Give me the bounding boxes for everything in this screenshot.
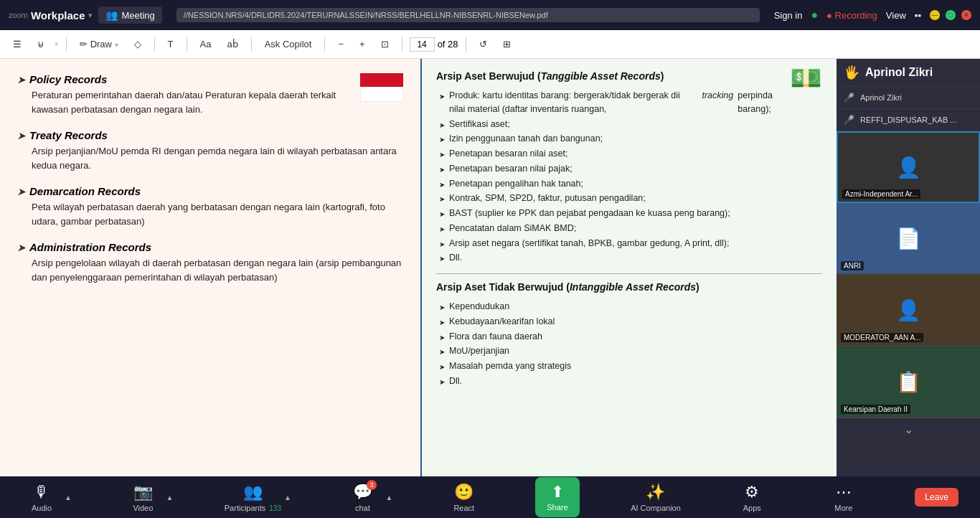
arrow-icon-4: ➤ [17,242,25,253]
slide: ➤ Policy Records Peraturan pemerintahan … [0,59,837,476]
section2-title-text: Arsip Aset Tidak Berwujud (Intanggible A… [436,281,699,293]
fit-button[interactable]: ⊡ [375,37,395,52]
section1-title: Arsip Aset Berwujud (Tanggible Asset Rec… [436,70,822,82]
left-panel: ➤ Policy Records Peraturan pemerintahan … [0,59,420,476]
slide-inner: ➤ Policy Records Peraturan pemerintahan … [0,59,837,476]
flag-white [360,87,403,102]
sign-in-button[interactable]: Sign in [774,10,803,21]
share-button[interactable]: ⬆ Share [535,477,579,517]
demarcation-records-title: ➤ Demarcation Records [17,185,403,197]
share-icon: ⬆ [551,483,564,501]
top-bar-right: Sign in ● ● Recording View ▪▪ — □ ✕ [774,9,971,22]
caret-icon: ▾ [55,39,59,49]
list-item: Penetapan besaran nilai pajak; [439,162,822,176]
participant-aprinol-name: Aprinol Zikri [860,93,902,102]
participant-info: Aprinol Zikri [865,66,933,79]
arrow-icon-2: ➤ [17,131,25,141]
flag-image [360,73,403,102]
chat-caret-icon[interactable]: ▲ [385,494,392,501]
video-caret-icon[interactable]: ▲ [166,494,173,501]
meeting-button[interactable]: 👥 Meeting [98,6,162,24]
ai-companion-button[interactable]: ✨ AI Companion [631,483,681,512]
list-item: Penetapan besaran nilai aset; [439,147,822,161]
page-input[interactable] [410,37,435,52]
react-icon: 🙂 [454,483,473,501]
participants-caret-icon[interactable]: ▲ [284,494,291,501]
share-label: Share [547,503,567,512]
separator-2 [154,37,155,52]
chat-button[interactable]: 💬 3 chat [342,483,382,512]
chat-group: 💬 3 chat ▲ [342,483,392,512]
rotate-button[interactable]: ↺ [473,37,493,52]
policy-records-desc: Peraturan pemerintahan daerah dan/atau P… [32,88,403,116]
more-button[interactable]: ⋯ More [824,483,864,512]
chat-badge: 3 [367,480,377,490]
close-button[interactable]: ✕ [961,10,971,20]
url-text: //NESSION.NRS/4/DRLIDR5.2024/TERURNALSSE… [184,11,548,19]
treaty-records-desc: Arsip perjanjian/MoU pemda RI dengan pem… [32,144,403,172]
indonesian-flag [360,73,403,102]
more-icon: ⋯ [836,483,852,501]
treaty-records-title: ➤ Treaty Records [17,129,403,141]
video-azmi: 👤 Azmi-Independent Ar... [837,131,980,203]
separator-6 [402,37,402,52]
zoom-in-button[interactable]: + [354,37,371,52]
demarcation-records-desc: Peta wilayah perbatasan daerah yang berb… [32,200,403,228]
moderator-video-label: MODERATOR_AAN A... [841,333,923,342]
list-item: Kebudayaan/kearifan lokal [439,315,822,329]
text-button[interactable]: T [162,37,179,52]
mic-icon: 🎤 [844,93,854,103]
maximize-button[interactable]: □ [946,10,956,20]
administration-records-title: ➤ Administration Records [17,241,403,253]
apps-button[interactable]: ⚙ Apps [732,483,772,512]
draw-button[interactable]: ✏ Draw ▾ [74,37,124,52]
participant-aprinol-top: 🖐 Aprinol Zikri [837,59,980,87]
participants-button[interactable]: 👥 Participants 133 [225,483,281,512]
audio-button[interactable]: 🎙 Audio [22,483,62,512]
participants-label: Participants 133 [225,504,281,512]
separator-3 [187,37,187,52]
zoom-out-button[interactable]: − [332,37,349,52]
ab-button[interactable]: aḃ [221,37,243,52]
list-item: MoU/perjanjian [439,344,822,358]
leave-button[interactable]: Leave [915,488,958,507]
video-label: Video [133,504,153,512]
participant-reffi-list: 🎤 REFFI_DISPUSAR_KAB ... [837,109,980,131]
minimize-button[interactable]: — [930,10,940,20]
ask-copilot-button[interactable]: Ask Copilot [259,37,318,52]
slide-area: ➤ Policy Records Peraturan pemerintahan … [0,59,837,476]
workplace-label: Workplace [31,9,85,22]
video-moderator: 👤 MODERATOR_AAN A... [837,275,980,347]
url-bar[interactable]: //NESSION.NRS/4/DRLIDR5.2024/TERURNALSSE… [176,8,760,22]
audio-caret-icon[interactable]: ▲ [65,494,72,501]
arrow-icon-3: ➤ [17,187,25,197]
recording-status: ● Recording [826,10,877,21]
section-divider [436,273,822,274]
administration-records-desc: Arsip pengelolaan wilayah di daerah perb… [32,256,403,284]
treaty-records-item: ➤ Treaty Records Arsip perjanjian/MoU pe… [17,129,403,172]
list-button[interactable]: ☰ [7,37,27,52]
money-icon: 💵 [790,63,822,93]
video-button[interactable]: 📷 Video [123,483,163,512]
mic-icon-2: 🎤 [844,115,854,125]
eraser-button[interactable]: ◇ [128,37,147,52]
policy-records-title: ➤ Policy Records [17,73,360,85]
split-button[interactable]: ⊞ [497,37,517,52]
list-item: BAST (suplier ke PPK dan pejabat pengada… [439,207,822,220]
chevron-down-icon[interactable]: ▾ [88,11,93,20]
list-item: Izin penggunaan tanah dan bangunan; [439,132,822,146]
azmi-video-label: Azmi-Independent Ar... [842,189,920,199]
chat-label: chat [355,504,370,512]
bookmark-button[interactable]: ⊌ [32,37,50,52]
demarcation-records-item: ➤ Demarcation Records Peta wilayah perba… [17,185,403,228]
arrow-icon: ➤ [17,75,25,85]
leave-label: Leave [925,492,948,502]
aa-button[interactable]: Aa [194,37,217,52]
list-item: Arsip aset negara (sertifikat tanah, BPK… [439,237,822,250]
react-button[interactable]: 🙂 React [444,483,484,512]
administration-records-item: ➤ Administration Records Arsip pengelola… [17,241,403,284]
expand-button[interactable]: ⌄ [837,418,980,441]
view-button[interactable]: View [886,10,906,21]
separator-5 [324,37,325,52]
chat-badge-container: 💬 3 [353,483,372,501]
